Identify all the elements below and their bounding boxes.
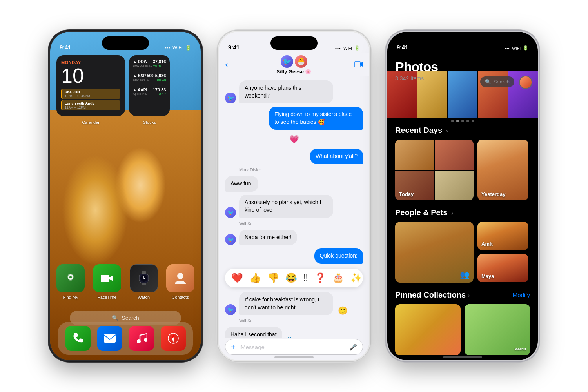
- shoe-emoji: 👟: [287, 334, 296, 338]
- msg-row-7: Quick question:: [225, 248, 363, 264]
- stock-dow-change: +570.17: [153, 64, 166, 68]
- contacts-label: Contacts: [172, 295, 189, 299]
- stock-dow-name: ▲ DOW: [133, 60, 153, 64]
- tapback-thumbsdown[interactable]: 👎: [267, 272, 279, 283]
- wifi-icon-2: WiFi: [343, 46, 352, 51]
- messages-plus-icon[interactable]: +: [231, 343, 236, 352]
- group-avatar-1: 🐦: [281, 55, 293, 68]
- person-maya-card[interactable]: Maya: [477, 254, 528, 282]
- findmy-icon: [56, 264, 85, 292]
- signal-icon: ▪▪▪: [165, 45, 170, 51]
- contacts-icon: [166, 264, 194, 292]
- watch-icon: [130, 264, 158, 292]
- calendar-event-1-title: Site visit: [65, 90, 118, 94]
- people-pets-header: People & Pets ›: [387, 208, 538, 217]
- people-group-icon: 👥: [460, 270, 470, 279]
- microphone-icon[interactable]: 🎤: [349, 343, 357, 351]
- tapback-thumbsup[interactable]: 👍: [249, 272, 261, 283]
- emoji-react: 🙂: [338, 306, 348, 315]
- dock-mail[interactable]: [97, 326, 122, 351]
- msg-bubble-6: Nada for me either!: [239, 230, 297, 245]
- app-watch[interactable]: Watch: [130, 264, 158, 299]
- tapback-exclaim[interactable]: ‼️: [303, 272, 308, 283]
- dock-phone[interactable]: [65, 326, 91, 351]
- stock-sp500-change: +80.48: [155, 78, 166, 82]
- phone-1-home: 9:41 ▪▪▪ WiFi 🔋 MONDAY 10 Site visit 10:…: [49, 31, 202, 361]
- today-card[interactable]: Today: [395, 140, 474, 200]
- facetime-icon: [93, 264, 121, 292]
- dock-compass[interactable]: [161, 326, 186, 351]
- person-group-card[interactable]: 👥: [395, 222, 474, 283]
- tapback-row[interactable]: ❤️ 👍 👎 😂 ‼️ ❓ 🎂 ✨: [225, 269, 363, 287]
- messages-avatars: 🐦 🐣: [281, 55, 307, 68]
- phone-2-messages: 9:41 ▪▪▪ WiFi 🔋 ‹ 🐦 🐣 Silly Geese 🌸: [218, 31, 370, 361]
- svg-point-9: [177, 273, 183, 279]
- msg-row-3: What about y'all?: [225, 149, 363, 164]
- photos-search-button[interactable]: 🔍 Search: [480, 76, 514, 87]
- tapback-cake[interactable]: 🎂: [332, 272, 344, 283]
- stock-item-sp500: ▲ S&P 500 Standard &... 5,036 +80.48: [133, 73, 166, 82]
- pinned-flowers-card[interactable]: [395, 304, 461, 355]
- battery-icon-2: 🔋: [354, 45, 360, 51]
- stock-item-dow: ▲ DOW Dow Jones I... 37,816 +570.17: [133, 59, 166, 68]
- tapback-laugh[interactable]: 😂: [285, 272, 297, 283]
- app-facetime[interactable]: FaceTime: [93, 264, 121, 299]
- person-amit-card[interactable]: Amit: [477, 222, 528, 250]
- recent-days-section: Recent Days › Today: [387, 126, 538, 200]
- tapback-heart[interactable]: ❤️: [231, 272, 243, 283]
- photos-count: 8,342 Items: [395, 75, 438, 82]
- messages-list: 🐦 Anyone have plans this weekend? Flying…: [219, 76, 369, 338]
- today-photo-4: [435, 171, 474, 201]
- stocks-widget[interactable]: ▲ DOW Dow Jones I... 37,816 +570.17: [129, 55, 170, 116]
- heart-reaction: 💗: [225, 133, 363, 145]
- dynamic-island-1: [102, 36, 149, 50]
- recent-days-title[interactable]: Recent Days ›: [395, 126, 448, 135]
- pinned-title[interactable]: Pinned Collections ›: [395, 290, 470, 299]
- msg-row-8: 🐦 If cake for breakfast is wrong, I don'…: [225, 292, 363, 315]
- recent-days-chevron: ›: [446, 127, 448, 134]
- people-pets-title[interactable]: People & Pets ›: [395, 208, 453, 217]
- search-icon: 🔍: [112, 315, 118, 321]
- people-grid: 👥 Amit Maya: [387, 222, 538, 283]
- yesterday-card[interactable]: Yesterday: [477, 140, 528, 200]
- search-label: Search: [122, 315, 139, 321]
- calendar-widget[interactable]: MONDAY 10 Site visit 10:15 – 10:45AM Lun…: [56, 55, 125, 116]
- messages-input-bar[interactable]: + iMessage 🎤: [225, 339, 363, 355]
- dot-3: [461, 120, 464, 122]
- photos-profile-button[interactable]: [519, 76, 532, 89]
- people-pets-section: People & Pets › 👥 Amit: [387, 208, 538, 283]
- tapback-question[interactable]: ❓: [314, 272, 326, 283]
- msg-avatar-6: 🐦: [225, 234, 236, 245]
- stock-aapl-name: ▲ AAPL: [133, 88, 149, 92]
- dynamic-island-3: [439, 36, 486, 50]
- stock-aapl-price: 170.33: [153, 87, 166, 92]
- phone-3-photos: 9:41 ▪▪▪ WiFi 🔋 Photos 8,342 Items 🔍 Sea…: [386, 31, 539, 361]
- sender-mark: Mark Disler: [239, 167, 363, 172]
- recent-days-header: Recent Days ›: [387, 126, 538, 135]
- today-photo-2: [435, 140, 474, 170]
- pinned-grid: Meerut: [387, 304, 538, 355]
- app-contacts[interactable]: Contacts: [166, 264, 194, 299]
- svg-rect-10: [104, 334, 116, 343]
- msg-avatar-8: 🐦: [225, 304, 236, 315]
- search-icon-photos: 🔍: [485, 79, 491, 85]
- wifi-icon-3: WiFi: [512, 46, 521, 51]
- status-icons-2: ▪▪▪ WiFi 🔋: [335, 45, 360, 51]
- home-indicator-3: [443, 356, 482, 358]
- watch-label: Watch: [138, 295, 150, 299]
- dock-music[interactable]: [129, 326, 154, 351]
- calendar-widget-label: Calendar: [56, 120, 125, 125]
- facetime-button[interactable]: [354, 60, 363, 69]
- app-findmy[interactable]: Find My: [56, 264, 85, 299]
- battery-icon: 🔋: [185, 45, 191, 51]
- svg-rect-3: [142, 283, 146, 285]
- recent-days-grid: Today Yesterday: [387, 140, 538, 200]
- messages-back-button[interactable]: ‹: [225, 60, 228, 70]
- stocks-widget-container: ▲ DOW Dow Jones I... 37,816 +570.17: [129, 55, 170, 116]
- pinned-modify-button[interactable]: Modify: [513, 292, 530, 298]
- pinned-map-card[interactable]: Meerut: [465, 304, 530, 355]
- imessage-placeholder: iMessage: [240, 344, 345, 350]
- status-time-2: 9:41: [228, 44, 240, 51]
- calendar-event-2-time: 11AM – 12PM: [65, 105, 118, 109]
- tapback-sparkle[interactable]: ✨: [350, 272, 362, 283]
